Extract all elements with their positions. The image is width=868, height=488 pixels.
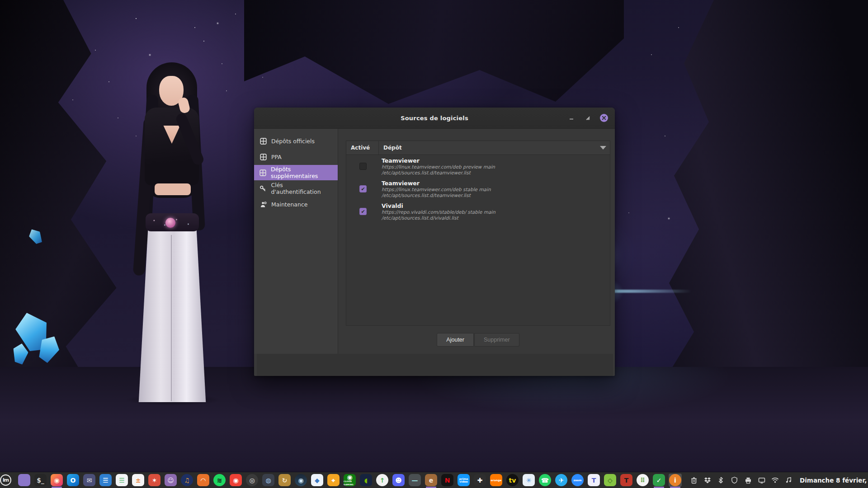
sidebar-item[interactable]: PPA [254,149,338,164]
rock-formation-top [244,0,624,113]
spotify[interactable]: ≋ [213,474,226,487]
repo-source-line: https://linux.teamviewer.com/deb preview… [382,164,610,170]
shield-sword-app[interactable]: ◆ [311,474,324,487]
repo-name: Vivaldi [382,202,610,209]
dropbox-icon[interactable] [703,476,711,484]
repo-file-line: /etc/apt/sources.list.d/teamviewer.list [382,170,610,176]
orange-tv[interactable]: orange [490,474,503,487]
xbox-cloud-gaming[interactable]: ◉ CLOUD GAMING [343,474,356,487]
mint-menu-button[interactable]: lm [0,472,11,488]
repo-file-line: /etc/apt/sources.list.d/teamviewer.list [382,192,610,198]
repo-source-line: https://linux.teamviewer.com/deb stable … [382,187,610,192]
whatsapp[interactable]: ☎ [538,474,552,487]
pubg[interactable]: ↑ [376,474,389,487]
window-titlebar[interactable]: Sources de logiciels [254,108,615,129]
repo-name: Teamviewer [382,180,610,187]
sidebar-item-icon [259,137,267,145]
software-sources-window: Sources de logiciels Dépôts officiels PP… [254,108,615,376]
tv-app[interactable]: tv [506,474,519,487]
sync-app[interactable]: ↻ [278,474,291,487]
sidebar-item-icon [259,185,266,192]
column-header-enabled[interactable]: Activé [346,141,379,155]
sidebar-item-label: Clés d'authentification [271,182,332,195]
display-icon[interactable] [758,476,765,484]
prime-video[interactable]: prime video [457,474,470,487]
mint-logo-icon: lm [0,474,11,486]
wallpaper-figure [117,54,216,402]
gimp[interactable]: ✶ [148,474,161,487]
screen-app[interactable]: — [408,474,421,487]
zoom[interactable]: zoom [571,474,584,487]
teams-for-linux[interactable]: T [587,474,600,487]
terminal[interactable]: $_ [34,474,47,487]
discord[interactable]: ☻ [392,474,405,487]
repository-row[interactable]: ✔ Teamviewer https://linux.teamviewer.co… [346,178,610,200]
maximize-button[interactable] [583,113,592,122]
file-manager[interactable] [18,474,31,487]
sidebar-item-label: PPA [271,154,282,160]
mail[interactable]: ✉ [83,474,96,487]
minimize-button[interactable] [567,113,576,122]
ornate-t-app[interactable]: T [620,474,633,487]
trash-icon[interactable] [690,476,698,484]
sidebar-item-label: Dépôts officiels [271,138,315,145]
shield-icon[interactable] [731,476,738,484]
plus-app[interactable]: ✚ [473,474,486,487]
repository-list: Activé Dépôt ✔ Teamviewer https://linux.… [346,141,610,326]
window-title: Sources de logiciels [254,115,615,122]
repository-row[interactable]: ✔ Vivaldi https://repo.vivaldi.com/stabl… [346,200,610,223]
taskbar-apps: $_ ◉ O ✉ ☰ [16,472,684,488]
virtualbox[interactable]: ◇ [604,474,617,487]
window-footer [257,354,613,376]
obs-studio[interactable]: ◎ [245,474,259,487]
pinwheel-app[interactable]: ✳ [522,474,535,487]
enabled-checkbox[interactable]: ✔ [359,208,367,215]
netflix[interactable]: N [441,474,454,487]
sidebar-item-icon [259,153,267,160]
firefox[interactable]: ◉ [50,474,63,487]
close-button[interactable] [599,113,609,122]
column-header-repo[interactable]: Dépôt [379,145,596,151]
sidebar-item[interactable]: Maintenance [254,197,338,212]
add-button[interactable]: Ajouter [437,333,474,347]
wifi-icon[interactable] [771,476,779,484]
repo-name: Teamviewer [382,157,610,164]
audio-player[interactable]: ♫ [180,474,193,487]
music-icon[interactable] [785,476,793,484]
layers-app[interactable]: ☰ [115,474,128,487]
sidebar-item-label: Maintenance [271,201,308,208]
e-share-app[interactable]: e [425,474,438,487]
sidebar-item[interactable]: Dépôts officiels [254,133,338,149]
sidebar-item-icon [259,201,267,208]
geforce-now[interactable]: ◖ [359,474,373,487]
remove-button[interactable]: Supprimer [474,333,519,347]
sidebar-item[interactable]: Clés d'authentification [254,181,338,196]
sort-arrow-icon[interactable] [600,146,606,150]
update-manager[interactable]: ✓ [652,474,665,487]
orange-swoosh-app[interactable]: ◠ [197,474,210,487]
calculator[interactable]: ± [132,474,145,487]
software-manager[interactable]: ⠿ [636,474,649,487]
openshot[interactable]: ◍ [262,474,275,487]
purple-grin-app[interactable]: ☺ [164,474,177,487]
documents[interactable]: ☰ [99,474,112,487]
telegram[interactable]: ✈ [555,474,568,487]
outlook[interactable]: O [66,474,80,487]
sidebar-item-icon [259,169,266,176]
taskbar: lm $_ ◉ O [0,472,868,488]
system-tray [690,476,793,484]
sidebar-item[interactable]: Dépôts supplémentaires [254,165,338,180]
bluetooth-icon[interactable] [717,476,725,484]
steam[interactable]: ◉ [294,474,307,487]
repository-row[interactable]: ✔ Teamviewer https://linux.teamviewer.co… [346,155,610,178]
printer-icon[interactable] [744,476,752,484]
main-panel: Activé Dépôt ✔ Teamviewer https://linux.… [338,129,615,354]
enabled-checkbox[interactable]: ✔ [359,163,367,170]
clock[interactable]: Dimanche 8 février, 17:09:32 [800,477,868,484]
list-header[interactable]: Activé Dépôt [346,141,610,155]
enabled-checkbox[interactable]: ✔ [359,185,367,192]
repo-file-line: /etc/apt/sources.list.d/vivaldi.list [382,215,610,221]
software-sources[interactable]: i [669,474,682,487]
red-recorder[interactable]: ◉ [229,474,242,487]
joystick-app[interactable]: ⌖ [327,474,340,487]
